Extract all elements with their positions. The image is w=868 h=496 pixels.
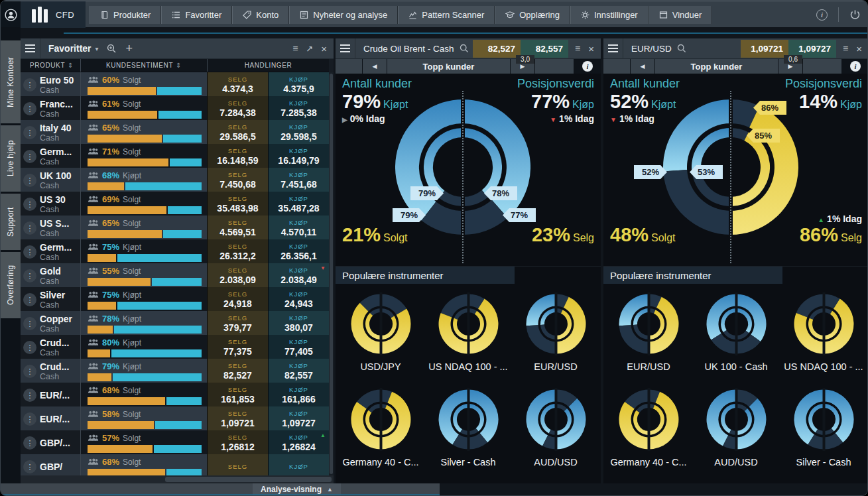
watchlist-row[interactable]: ⋮SilverCash75%KjøptSELG24,918KJØP24,943 xyxy=(21,287,329,311)
row-options-icon[interactable]: ⋮ xyxy=(23,78,36,92)
row-options-icon[interactable]: ⋮ xyxy=(23,460,36,473)
sell-button[interactable]: SELG29.586,5 xyxy=(207,120,268,145)
sell-button[interactable]: SELG2.038,09 xyxy=(207,263,268,288)
watchlist-row[interactable]: ⋮Crud...Cash80%KjøptSELG77,375KJØP77,405 xyxy=(21,335,329,359)
view-title[interactable]: Topp kunder xyxy=(387,59,510,74)
buy-button[interactable]: KJØP29.598,5 xyxy=(268,120,329,145)
menu-item-opplaering[interactable]: Opplæring xyxy=(495,6,570,24)
layout-lines-icon[interactable]: ≡ xyxy=(292,43,298,54)
buy-button[interactable]: ▼KJØP2.038,49 xyxy=(268,263,329,288)
hamburger-menu-icon[interactable] xyxy=(21,38,40,59)
close-icon[interactable]: × xyxy=(321,43,327,54)
horizontal-scrollbar[interactable] xyxy=(21,475,334,483)
buy-button[interactable]: KJØP4.570,11 xyxy=(268,216,329,241)
menu-item-nyheter[interactable]: Nyheter og analyse xyxy=(289,6,398,24)
watchlist-row[interactable]: ⋮US 30Cash69%SolgtSELG35.483,98KJØP35.48… xyxy=(21,192,329,216)
search-zoom-icon[interactable] xyxy=(107,44,117,54)
add-tab-icon[interactable]: + xyxy=(126,42,133,56)
close-icon[interactable]: × xyxy=(588,43,594,54)
popular-instrument[interactable]: EUR/USD xyxy=(512,292,599,372)
menu-item-innstillinger[interactable]: Innstillinger xyxy=(570,6,649,24)
search-icon[interactable] xyxy=(460,44,469,53)
hamburger-menu-icon[interactable] xyxy=(336,38,355,59)
view-title[interactable]: Topp kunder xyxy=(655,59,778,74)
sell-price-button[interactable]: 1,09721 xyxy=(741,40,788,58)
buy-button[interactable]: KJØP7.285,38 xyxy=(268,96,329,121)
popular-instrument[interactable]: EUR/USD xyxy=(605,292,692,372)
prev-view-button[interactable]: ◀ xyxy=(631,59,654,74)
account-button[interactable] xyxy=(1,1,21,28)
buy-button[interactable]: KJØP161,866 xyxy=(268,383,329,408)
watchlist-row[interactable]: ⋮Euro 50Cash60%SolgtSELG4.374,3KJØP4.375… xyxy=(21,72,329,96)
expand-icon[interactable]: ↗ xyxy=(306,44,313,54)
buy-button[interactable]: KJØP26.356,1 xyxy=(268,239,329,265)
watchlist-row[interactable]: ⋮US S...Cash65%SolgtSELG4.569,51KJØP4.57… xyxy=(21,216,329,239)
popular-instrument[interactable]: Germany 40 - C... xyxy=(605,388,692,467)
buy-button[interactable]: KJØP82,557 xyxy=(268,359,329,384)
prev-view-button[interactable]: ◀ xyxy=(363,59,387,74)
info-icon[interactable]: i xyxy=(850,61,861,72)
sidebar-tab-support[interactable]: Support xyxy=(1,194,21,250)
row-options-icon[interactable]: ⋮ xyxy=(23,317,36,330)
watchlist-row[interactable]: ⋮UK 100Cash68%KjøptSELG7.450,68KJØP7.451… xyxy=(21,168,329,192)
watchlist-row[interactable]: ⋮GoldCash55%SolgtSELG2.038,09▼KJØP2.038,… xyxy=(21,263,329,287)
buy-button[interactable]: KJØP4.375,9 xyxy=(268,72,329,97)
row-options-icon[interactable]: ⋮ xyxy=(23,365,36,378)
sell-button[interactable]: SELG16.148,59 xyxy=(207,144,268,169)
vertical-scrollbar[interactable] xyxy=(329,72,334,475)
sell-button[interactable]: SELG24,918 xyxy=(207,287,268,312)
sell-button[interactable]: SELG35.483,98 xyxy=(207,192,268,217)
row-options-icon[interactable]: ⋮ xyxy=(23,150,36,163)
sidebar-tab-live-hjelp[interactable]: Live hjelp xyxy=(1,125,21,192)
row-options-icon[interactable]: ⋮ xyxy=(23,174,36,187)
sell-button[interactable]: SELG xyxy=(207,454,268,475)
info-icon[interactable]: i xyxy=(582,61,593,72)
menu-item-konto[interactable]: Konto xyxy=(232,6,289,24)
watchlist-row[interactable]: ⋮EUR/...68%SolgtSELG161,853KJØP161,866 xyxy=(21,383,329,406)
sell-button[interactable]: SELG4.374,3 xyxy=(207,72,268,97)
popular-instrument[interactable]: AUD/USD xyxy=(512,388,599,467)
buy-button[interactable]: KJØP7.451,68 xyxy=(268,168,329,193)
row-options-icon[interactable]: ⋮ xyxy=(23,389,36,402)
search-icon[interactable] xyxy=(677,44,686,53)
sell-button[interactable]: SELG161,853 xyxy=(207,383,268,408)
row-options-icon[interactable]: ⋮ xyxy=(23,341,36,354)
info-icon[interactable]: i xyxy=(816,9,828,21)
buy-button[interactable]: KJØP77,405 xyxy=(268,335,329,360)
row-options-icon[interactable]: ⋮ xyxy=(23,436,36,450)
watchlist-row[interactable]: ⋮EUR/...58%SolgtSELG1,09721KJØP1,09727 xyxy=(21,406,329,430)
sell-button[interactable]: SELG7.450,68 xyxy=(207,168,268,193)
watchlist-row[interactable]: ⋮CopperCash78%KjøptSELG379,77KJØP380,07 xyxy=(21,311,329,335)
buy-button[interactable]: KJØP35.487,28 xyxy=(268,192,329,217)
sell-button[interactable]: SELG26.312,2 xyxy=(207,239,268,265)
popular-instrument[interactable]: UK 100 - Cash xyxy=(692,292,780,372)
buy-button[interactable]: KJØP24,943 xyxy=(268,287,329,312)
popular-instrument[interactable]: AUD/USD xyxy=(692,388,780,467)
sell-button[interactable]: SELG1,09721 xyxy=(207,406,268,432)
buy-button[interactable]: KJØP1,09727 xyxy=(268,406,329,432)
watchlist-row[interactable]: ⋮GBP/68%SolgtSELGKJØP xyxy=(21,454,329,475)
sell-button[interactable]: SELG379,77 xyxy=(207,311,268,336)
buy-button[interactable]: KJØP380,07 xyxy=(268,311,329,336)
watchlist-row[interactable]: ⋮Franc...Cash61%SolgtSELG7.284,38KJØP7.2… xyxy=(21,96,329,120)
buy-button[interactable]: ▲KJØP1,26824 xyxy=(268,430,329,456)
chevron-down-icon[interactable]: ▾ xyxy=(95,45,99,52)
sidebar-tab-overforing[interactable]: Overføring xyxy=(1,252,21,318)
row-options-icon[interactable]: ⋮ xyxy=(23,412,36,426)
popular-instrument[interactable]: Silver - Cash xyxy=(424,388,512,467)
watchlist-row[interactable]: ⋮Crud...Cash79%KjøptSELG82,527KJØP82,557 xyxy=(21,359,329,383)
sell-button[interactable]: SELG4.569,51 xyxy=(207,216,268,241)
sidebar-tab-mine-kontoer[interactable]: Mine Kontoer xyxy=(1,40,21,123)
row-options-icon[interactable]: ⋮ xyxy=(23,126,36,139)
row-options-icon[interactable]: ⋮ xyxy=(23,221,36,235)
menu-item-favoritter[interactable]: Favoritter xyxy=(161,6,232,24)
row-options-icon[interactable]: ⋮ xyxy=(23,245,36,259)
popular-instrument[interactable]: USD/JPY xyxy=(337,292,424,372)
instrument-title[interactable]: Crude Oil Brent - Cash xyxy=(363,44,454,54)
instrument-title[interactable]: EUR/USD xyxy=(631,44,672,54)
watchlist-row[interactable]: ⋮GBP/...57%SolgtSELG1,26812▲KJØP1,26824 xyxy=(21,430,329,454)
menu-item-vinduer[interactable]: Vinduer xyxy=(649,6,713,24)
sell-button[interactable]: SELG82,527 xyxy=(207,359,268,384)
sell-price-button[interactable]: 82,527 xyxy=(473,40,521,58)
close-icon[interactable]: × xyxy=(856,43,862,54)
